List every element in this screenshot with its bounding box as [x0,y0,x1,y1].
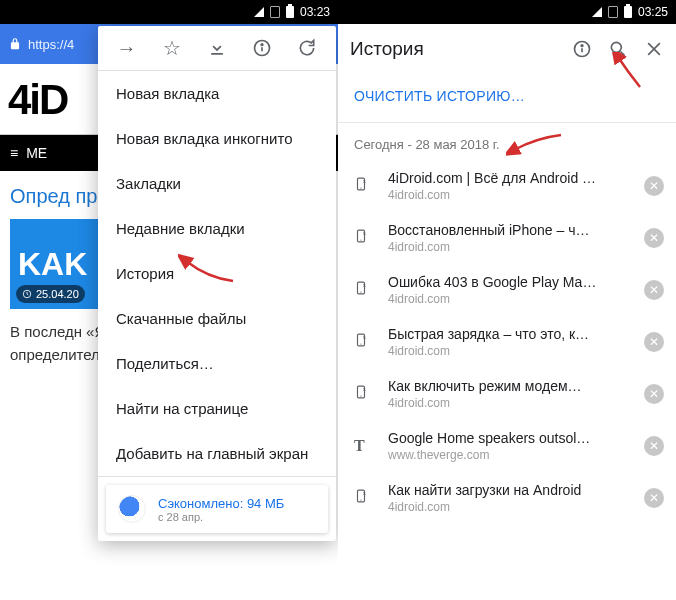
history-item-domain: www.theverge.com [388,448,628,462]
download-icon[interactable] [207,38,227,58]
history-item-title: Google Home speakers outsol… [388,430,628,446]
phone-left: 03:23 https://4 4iD ≡ MЕ Опред прило: на… [0,0,338,600]
svg-point-20 [360,396,361,397]
url-text: https://4 [28,37,74,52]
history-item-domain: 4idroid.com [388,344,628,358]
history-item-title: Как включить режим модем… [388,378,628,394]
svg-point-3 [261,44,263,46]
history-header: История [338,24,676,74]
article-date-pill: 25.04.20 [16,285,85,303]
menu-item[interactable]: Новая вкладка инкогнито [98,116,336,161]
history-item[interactable]: Как включить режим модем…4idroid.com✕ [338,368,676,420]
history-title: История [350,38,556,60]
battery-icon [624,6,632,18]
menu-item[interactable]: Добавить на главный экран [98,431,336,476]
info-icon[interactable] [252,38,272,58]
data-saver-line2: с 28 апр. [158,511,284,523]
image-text: KAK [18,246,87,283]
history-item-domain: 4idroid.com [388,188,628,202]
history-item[interactable]: Восстановленный iPhone – ч…4idroid.com✕ [338,212,676,264]
delete-history-item[interactable]: ✕ [644,436,664,456]
verge-icon: T [354,437,372,455]
svg-point-22 [360,500,361,501]
status-bar: 03:23 [0,0,338,24]
menu-item[interactable]: Недавние вкладки [98,206,336,251]
clear-history-link[interactable]: ОЧИСТИТЬ ИСТОРИЮ… [338,74,676,122]
svg-point-7 [611,42,621,52]
history-item-title: Быстрая зарядка – что это, к… [388,326,628,342]
delete-history-item[interactable]: ✕ [644,176,664,196]
menu-item[interactable]: Поделиться… [98,341,336,386]
forward-icon[interactable]: → [117,38,137,58]
data-saver-line1: Сэкономлено: 94 МБ [158,496,284,511]
svg-line-8 [621,52,625,56]
sim-icon [270,6,280,18]
sim-icon [608,6,618,18]
wifi-icon [254,7,264,17]
history-item-domain: 4idroid.com [388,240,628,254]
status-time: 03:25 [638,5,668,19]
star-icon[interactable]: ☆ [162,38,182,58]
status-time: 03:23 [300,5,330,19]
menu-item[interactable]: Закладки [98,161,336,206]
search-icon[interactable] [608,39,628,59]
history-item[interactable]: Ошибка 403 в Google Play Ма…4idroid.com✕ [338,264,676,316]
history-item-domain: 4idroid.com [388,396,628,410]
delete-history-item[interactable]: ✕ [644,280,664,300]
chrome-menu: → ☆ Новая вкладкаНовая вкладка инкогнито… [98,26,336,541]
history-item-title: 4iDroid.com | Всё для Android … [388,170,628,186]
data-saver-icon [118,495,146,523]
phone-right: 03:25 История ОЧИСТИТЬ ИСТОРИЮ… Сегодня … [338,0,676,600]
svg-point-16 [360,292,361,293]
menu-item[interactable]: История [98,251,336,296]
phone-icon [354,175,372,197]
clock-icon [22,289,32,299]
history-item[interactable]: 4iDroid.com | Всё для Android …4idroid.c… [338,160,676,212]
wifi-icon [592,7,602,17]
phone-icon [354,383,372,405]
status-bar: 03:25 [338,0,676,24]
phone-icon [354,487,372,509]
history-item-domain: 4idroid.com [388,292,628,306]
phone-icon [354,279,372,301]
lock-icon [8,37,22,51]
history-item[interactable]: Как найти загрузки на Android4idroid.com… [338,472,676,524]
history-date-label: Сегодня - 28 мая 2018 г. [338,123,676,160]
svg-point-6 [581,45,583,47]
delete-history-item[interactable]: ✕ [644,332,664,352]
history-item-title: Восстановленный iPhone – ч… [388,222,628,238]
menu-item[interactable]: Найти на странице [98,386,336,431]
svg-point-14 [360,240,361,241]
delete-history-item[interactable]: ✕ [644,384,664,404]
data-saver-card[interactable]: Сэкономлено: 94 МБ с 28 апр. [106,485,328,533]
info-icon[interactable] [572,39,592,59]
phone-icon [354,331,372,353]
refresh-icon[interactable] [297,38,317,58]
history-item-title: Ошибка 403 в Google Play Ма… [388,274,628,290]
close-icon[interactable] [644,39,664,59]
history-item-title: Как найти загрузки на Android [388,482,628,498]
history-item[interactable]: Быстрая зарядка – что это, к…4idroid.com… [338,316,676,368]
menu-item[interactable]: Скачанные файлы [98,296,336,341]
phone-icon [354,227,372,249]
svg-point-12 [360,188,361,189]
menu-item[interactable]: Новая вкладка [98,71,336,116]
history-item-domain: 4idroid.com [388,500,628,514]
hamburger-icon[interactable]: ≡ [10,145,18,161]
nav-label: MЕ [26,145,47,161]
battery-icon [286,6,294,18]
history-item[interactable]: TGoogle Home speakers outsol…www.theverg… [338,420,676,472]
delete-history-item[interactable]: ✕ [644,228,664,248]
delete-history-item[interactable]: ✕ [644,488,664,508]
svg-point-18 [360,344,361,345]
